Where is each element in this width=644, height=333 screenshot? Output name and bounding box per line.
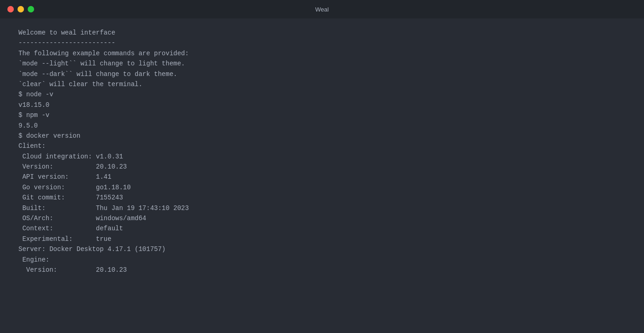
- terminal-line: Go version: go1.18.10: [18, 182, 626, 193]
- terminal-line: $ npm -v: [18, 110, 626, 120]
- titlebar: Weal: [0, 0, 644, 18]
- terminal-line: `clear` will clear the terminal.: [18, 79, 626, 89]
- window-title: Weal: [315, 6, 329, 13]
- terminal-line: Server: Docker Desktop 4.17.1 (101757): [18, 244, 626, 254]
- terminal-window: Weal Welcome to weal interface----------…: [0, 0, 644, 333]
- minimize-button[interactable]: [18, 6, 24, 12]
- terminal-line: Built: Thu Jan 19 17:43:10 2023: [18, 203, 626, 213]
- terminal-line: Cloud integration: v1.0.31: [18, 152, 626, 162]
- close-button[interactable]: [7, 6, 14, 12]
- terminal-line: The following example commands are provi…: [18, 48, 626, 58]
- terminal-line: Engine:: [18, 255, 626, 265]
- terminal-content[interactable]: Welcome to weal interface---------------…: [0, 18, 644, 333]
- terminal-line: v18.15.0: [18, 100, 626, 110]
- maximize-button[interactable]: [28, 6, 34, 12]
- terminal-line: `mode --dark`` will change to dark theme…: [18, 69, 626, 79]
- terminal-line: 9.5.0: [18, 121, 626, 131]
- terminal-line: Experimental: true: [18, 234, 626, 244]
- terminal-line: Version: 20.10.23: [18, 265, 626, 275]
- terminal-line: Client:: [18, 141, 626, 151]
- terminal-line: Version: 20.10.23: [18, 162, 626, 172]
- terminal-line: Context: default: [18, 223, 626, 234]
- terminal-line: Git commit: 7155243: [18, 193, 626, 203]
- terminal-line: API version: 1.41: [18, 172, 626, 182]
- terminal-line: `mode --light`` will change to light the…: [18, 58, 626, 69]
- terminal-line: Welcome to weal interface: [18, 28, 626, 38]
- traffic-lights: [7, 6, 34, 12]
- terminal-line: $ node -v: [18, 89, 626, 99]
- terminal-line: -------------------------: [18, 38, 626, 48]
- terminal-line: OS/Arch: windows/amd64: [18, 213, 626, 223]
- terminal-line: $ docker version: [18, 131, 626, 141]
